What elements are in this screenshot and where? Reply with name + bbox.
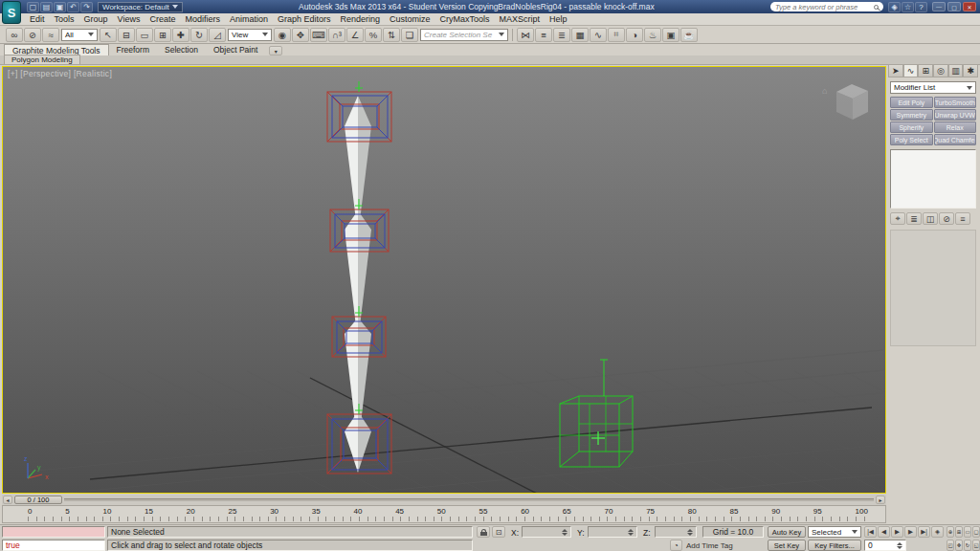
tab-utilities[interactable]: ✱	[963, 64, 978, 77]
remove-modifier-icon[interactable]: ⊘	[939, 212, 954, 225]
zoom-extents-all-icon[interactable]: ▢	[972, 526, 980, 538]
show-end-result-icon[interactable]: ≣	[906, 212, 922, 225]
previous-frame-button[interactable]: ◀	[878, 526, 890, 538]
keyboard-shortcut-override-icon[interactable]: ⌨	[310, 28, 327, 42]
tab-display[interactable]: ▥	[948, 64, 964, 77]
workspace-dropdown[interactable]: Workspace: Default	[98, 2, 183, 12]
ribbon-overflow-icon[interactable]: ▾	[269, 46, 282, 55]
undo-icon[interactable]: ↶	[67, 2, 79, 12]
menu-item[interactable]: Customize	[385, 14, 435, 24]
viewport-canvas[interactable]: ⌂xyz	[3, 67, 885, 493]
maximize-button[interactable]: ▢	[947, 2, 961, 11]
menu-item[interactable]: Rendering	[336, 14, 386, 24]
search-icon[interactable]	[874, 5, 879, 10]
search-input[interactable]	[775, 3, 871, 11]
favorites-icon[interactable]: ☆	[902, 2, 914, 12]
ribbon-tab-object-paint[interactable]: Object Paint	[206, 44, 265, 55]
menu-item[interactable]: CryMaxTools	[435, 14, 495, 24]
use-pivot-point-center-icon[interactable]: ◉	[274, 28, 291, 42]
menu-item[interactable]: Graph Editors	[273, 14, 336, 24]
modifier-preset-button[interactable]: Unwrap UVW	[934, 109, 977, 121]
select-and-link-icon[interactable]: ∞	[6, 28, 23, 42]
modifier-preset-button[interactable]: Poly Select	[890, 134, 933, 145]
spinner-snap-icon[interactable]: ⇅	[383, 28, 400, 42]
snaps-toggle-3d-icon[interactable]: ∩³	[328, 28, 345, 42]
viewport-label[interactable]: [+] [Perspective] [Realistic]	[8, 69, 112, 78]
zoom-all-icon[interactable]: ⊞	[955, 526, 963, 538]
modifier-preset-button[interactable]: Quad Chamfer	[934, 134, 977, 145]
spinner-icon[interactable]	[897, 542, 902, 549]
time-slider-left-arrow[interactable]: ◄	[3, 496, 12, 504]
modifier-preset-button[interactable]: Spherify	[890, 121, 933, 133]
next-frame-button[interactable]: ▶	[904, 526, 917, 538]
edit-named-selection-sets-icon[interactable]: ❏	[401, 28, 418, 42]
spinner-icon[interactable]	[687, 529, 693, 536]
selection-filter-dropdown[interactable]: All	[61, 29, 98, 41]
make-unique-icon[interactable]: ◫	[923, 212, 938, 225]
save-file-icon[interactable]: ▣	[54, 2, 66, 12]
time-tag-icon[interactable]: ◔	[670, 540, 682, 551]
menu-item[interactable]: Group	[79, 14, 113, 24]
render-production-icon[interactable]: ☕	[680, 28, 698, 42]
current-frame-field[interactable]: 0	[864, 540, 906, 551]
x-coordinate-field[interactable]	[522, 526, 571, 538]
modifier-preset-button[interactable]: Symmetry	[890, 109, 933, 121]
modifier-preset-button[interactable]: TurboSmooth	[934, 97, 977, 108]
set-key-button[interactable]: Set Key	[768, 540, 806, 551]
material-editor-icon[interactable]: ◑	[626, 28, 643, 42]
pan-icon[interactable]: ✥	[955, 540, 963, 551]
app-button[interactable]: S	[2, 1, 21, 24]
menu-item[interactable]: Help	[545, 14, 572, 24]
menu-item[interactable]: Edit	[25, 14, 50, 24]
layer-manager-icon[interactable]: ≣	[553, 28, 570, 42]
communication-center-icon[interactable]: ◈	[888, 2, 901, 12]
mirror-icon[interactable]: ⋈	[517, 28, 534, 42]
angle-snap-icon[interactable]: ∠	[346, 28, 364, 42]
modifier-stack-list[interactable]	[890, 149, 976, 209]
redo-icon[interactable]: ↷	[80, 2, 93, 12]
tab-modify[interactable]: ∿	[903, 64, 919, 77]
menu-item[interactable]: Tools	[50, 14, 79, 24]
select-and-move-icon[interactable]: ✚	[172, 28, 189, 42]
tab-hierarchy[interactable]: ⊞	[918, 64, 933, 77]
zoom-icon[interactable]: ⊕	[947, 526, 954, 538]
modifier-list-dropdown[interactable]: Modifier List	[890, 81, 976, 94]
minimize-button[interactable]: —	[932, 2, 946, 11]
select-and-manipulate-icon[interactable]: ✥	[292, 28, 309, 42]
window-crossing-icon[interactable]: ⊞	[154, 28, 171, 42]
bind-to-space-warp-icon[interactable]: ≈	[42, 28, 59, 42]
play-button[interactable]: ▶	[891, 526, 903, 538]
open-file-icon[interactable]: ▤	[40, 2, 53, 12]
key-filters-button[interactable]: Key Filters...	[808, 540, 861, 551]
zoom-region-icon[interactable]: ◰	[947, 540, 954, 551]
menu-item[interactable]: Views	[113, 14, 145, 24]
spinner-icon[interactable]	[562, 529, 568, 536]
graphite-ribbon-toggle-icon[interactable]: ▦	[571, 28, 589, 42]
percent-snap-icon[interactable]: %	[365, 28, 382, 42]
ribbon-tab-freeform[interactable]: Freeform	[109, 44, 157, 55]
maximize-viewport-toggle-icon[interactable]: ◱	[972, 540, 980, 551]
z-coordinate-field[interactable]	[655, 526, 697, 538]
menu-item[interactable]: Create	[145, 14, 180, 24]
spinner-icon[interactable]	[628, 529, 634, 536]
track-bar[interactable]: 0510152025303540455055606570758085909510…	[2, 505, 886, 523]
align-icon[interactable]: ≡	[535, 28, 552, 42]
pin-stack-icon[interactable]: ⌖	[890, 212, 905, 225]
key-mode-toggle-button[interactable]: ◈	[931, 526, 944, 538]
select-by-name-icon[interactable]: ⊟	[118, 28, 135, 42]
render-setup-icon[interactable]: ♨	[644, 28, 661, 42]
time-slider-right-arrow[interactable]: ►	[876, 496, 885, 504]
time-slider-handle[interactable]: 0 / 100	[14, 496, 62, 504]
go-to-start-button[interactable]: |◀	[864, 526, 877, 538]
selection-lock-toggle-icon[interactable]	[477, 526, 490, 538]
polygon-modeling-panel-tab[interactable]: Polygon Modeling	[4, 55, 80, 64]
menu-item[interactable]: Animation	[225, 14, 273, 24]
close-button[interactable]: ✕	[963, 2, 976, 11]
schematic-view-icon[interactable]: ⌗	[608, 28, 625, 42]
modifier-preset-button[interactable]: Relax	[934, 121, 977, 133]
reference-coordinate-dropdown[interactable]: View	[228, 29, 272, 41]
tab-motion[interactable]: ◎	[933, 64, 948, 77]
select-object-icon[interactable]: ↖	[100, 28, 117, 42]
rectangular-selection-region-icon[interactable]: ▭	[136, 28, 153, 42]
rendered-frame-window-icon[interactable]: ▣	[662, 28, 679, 42]
